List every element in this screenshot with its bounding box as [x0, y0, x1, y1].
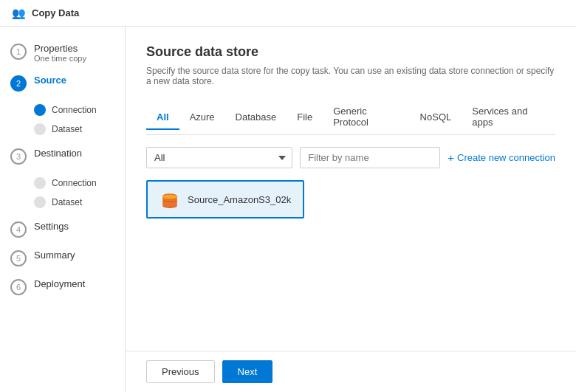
sidebar-item-label-1: Source: [34, 75, 66, 86]
sub-item-dot: [34, 196, 46, 208]
sidebar-item-label-3: Settings: [34, 221, 69, 232]
type-dropdown[interactable]: AllAzureDatabaseFile: [146, 147, 292, 168]
sub-items-1: Connection Dataset: [0, 99, 125, 140]
create-new-label: Create new connection: [457, 152, 555, 163]
sub-item-label: Dataset: [52, 197, 82, 207]
step-circle-4: 4: [10, 221, 27, 238]
step-circle-1: 1: [10, 44, 27, 60]
sub-item-dot: [34, 177, 46, 189]
sub-item-1-1[interactable]: Dataset: [34, 121, 125, 137]
sidebar-item-source[interactable]: 2 Source: [0, 70, 125, 96]
step-circle-3: 3: [10, 148, 27, 165]
previous-button[interactable]: Previous: [146, 360, 215, 383]
content-area: Source data store Specify the source dat…: [126, 27, 576, 392]
sidebar-item-settings[interactable]: 4 Settings: [0, 216, 125, 242]
sub-items-2: Connection Dataset: [0, 172, 125, 213]
content-footer: Previous Next: [126, 351, 576, 392]
step-circle-6: 6: [10, 279, 27, 295]
sidebar-item-deployment[interactable]: 6 Deployment: [0, 274, 125, 300]
tab-services-and-apps[interactable]: Services and apps: [462, 100, 555, 135]
svg-point-1: [162, 195, 177, 199]
filter-row: AllAzureDatabaseFile + Create new connec…: [146, 147, 555, 168]
content-inner: Source data store Specify the source dat…: [126, 27, 576, 351]
sub-item-label: Connection: [52, 105, 97, 115]
step-circle-5: 5: [10, 250, 27, 267]
connection-cards: Source_AmazonS3_02k: [146, 180, 555, 219]
sub-item-2-0[interactable]: Connection: [34, 175, 125, 191]
connection-card-0[interactable]: Source_AmazonS3_02k: [146, 180, 304, 219]
sub-item-label: Dataset: [52, 124, 82, 134]
sidebar-item-label-4: Summary: [34, 250, 75, 261]
s3-icon: [160, 189, 180, 210]
connection-card-label-0: Source_AmazonS3_02k: [188, 194, 291, 205]
create-new-connection-button[interactable]: + Create new connection: [448, 151, 555, 164]
page-title: Source data store: [146, 44, 555, 60]
main-layout: 1 Properties One time copy 2 Source Conn…: [0, 27, 576, 392]
tab-nosql[interactable]: NoSQL: [410, 106, 462, 130]
sidebar-item-label-5: Deployment: [34, 278, 85, 289]
sub-item-2-1[interactable]: Dataset: [34, 194, 125, 210]
copy-data-icon: 👥: [12, 7, 26, 20]
tab-all[interactable]: All: [146, 106, 179, 130]
top-bar-title: Copy Data: [32, 7, 79, 18]
sub-item-label: Connection: [52, 178, 97, 188]
sidebar-item-label-2: Destination: [34, 148, 82, 159]
sidebar-item-label-0: Properties: [34, 43, 86, 54]
tab-database[interactable]: Database: [225, 106, 287, 130]
sidebar-item-sublabel-0: One time copy: [34, 54, 86, 63]
sub-item-1-0[interactable]: Connection: [34, 102, 125, 118]
plus-icon: +: [448, 151, 454, 164]
sidebar-item-summary[interactable]: 5 Summary: [0, 245, 125, 271]
top-bar: 👥 Copy Data: [0, 0, 576, 27]
step-circle-2: 2: [10, 75, 27, 92]
tab-azure[interactable]: Azure: [179, 106, 225, 130]
tab-generic-protocol[interactable]: Generic Protocol: [323, 100, 409, 135]
tabs-container: AllAzureDatabaseFileGeneric ProtocolNoSQ…: [146, 100, 555, 135]
sidebar-item-properties[interactable]: 1 Properties One time copy: [0, 38, 125, 67]
page-description: Specify the source data store for the co…: [146, 66, 555, 86]
sidebar-item-destination[interactable]: 3 Destination: [0, 143, 125, 169]
sub-item-dot: [34, 104, 46, 116]
next-button[interactable]: Next: [222, 360, 273, 383]
tab-file[interactable]: File: [287, 106, 323, 130]
sidebar: 1 Properties One time copy 2 Source Conn…: [0, 27, 126, 392]
search-input[interactable]: [300, 147, 440, 168]
sub-item-dot: [34, 123, 46, 135]
